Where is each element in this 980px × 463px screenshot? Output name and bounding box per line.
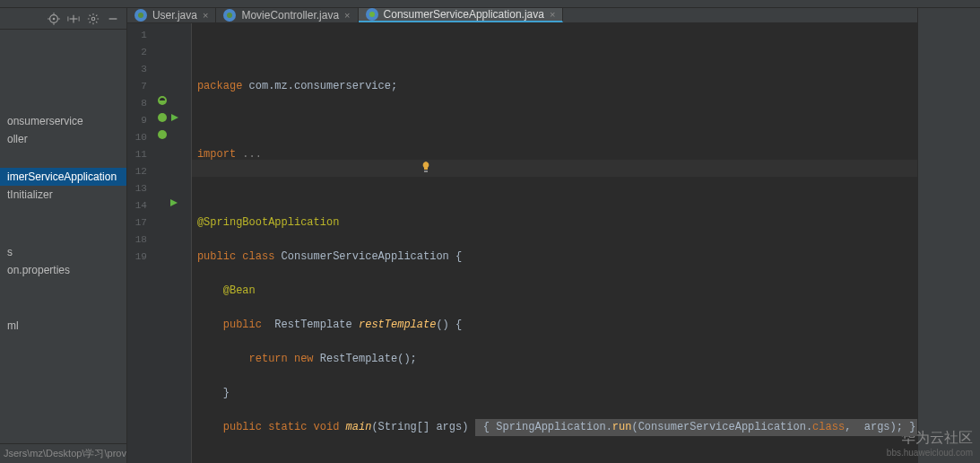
sidebar-item[interactable]: on.properties (0, 261, 126, 279)
spring-class-icon (366, 8, 378, 21)
tab-user[interactable]: User.java × (127, 8, 216, 22)
run-icon[interactable] (170, 113, 179, 122)
window-titlebar (0, 0, 980, 8)
gutter-icons (154, 23, 192, 463)
sidebar-status: Jsers\mz\Desktop\学习\prov (0, 443, 126, 463)
svg-point-10 (91, 17, 95, 21)
gear-icon[interactable] (87, 13, 100, 25)
sidebar-item[interactable]: onsumerservice (0, 112, 126, 130)
hide-icon[interactable] (107, 13, 119, 25)
tab-movie[interactable]: MovieController.java × (216, 8, 358, 22)
svg-point-15 (158, 113, 167, 122)
code-editor[interactable]: 1237891011121314171819 package com.mz.co… (127, 23, 917, 463)
collapse-icon[interactable] (67, 13, 80, 25)
close-icon[interactable]: × (550, 9, 555, 20)
java-class-icon (223, 9, 236, 22)
target-icon[interactable] (48, 13, 60, 25)
editor-area: User.java × MovieController.java × Consu… (127, 8, 917, 463)
tab-label: ConsumerServiceApplication.java (384, 8, 544, 21)
right-panel (917, 8, 980, 463)
project-tree[interactable]: onsumerservice oller imerServiceApplicat… (0, 30, 126, 443)
svg-point-13 (227, 13, 232, 18)
spring-bean-icon[interactable] (156, 111, 169, 124)
tab-label: User.java (152, 9, 197, 22)
close-icon[interactable]: × (203, 10, 208, 21)
java-class-icon (134, 9, 147, 22)
tab-consumer-app[interactable]: ConsumerServiceApplication.java × (359, 8, 564, 22)
tab-label: MovieController.java (241, 9, 339, 22)
sidebar-item[interactable]: tInitializer (0, 186, 126, 204)
line-numbers: 1237891011121314171819 (127, 23, 154, 463)
close-icon[interactable]: × (344, 10, 350, 21)
run-icon[interactable] (169, 198, 178, 207)
sidebar-item-consumer-app[interactable]: imerServiceApplication (0, 168, 126, 186)
project-sidebar: onsumerservice oller imerServiceApplicat… (0, 8, 127, 463)
sidebar-toolbar (0, 8, 126, 30)
code-content[interactable]: package com.mz.consumerservice; import .… (192, 23, 917, 463)
spring-bean-icon[interactable] (156, 94, 169, 107)
svg-rect-17 (424, 170, 428, 172)
sidebar-item[interactable]: oller (0, 130, 126, 148)
svg-point-16 (158, 130, 167, 139)
sidebar-item[interactable]: ml (0, 317, 126, 335)
editor-tabs: User.java × MovieController.java × Consu… (127, 8, 917, 23)
svg-point-1 (53, 17, 56, 20)
spring-bean-icon[interactable] (156, 128, 169, 141)
svg-point-12 (138, 13, 143, 18)
sidebar-item[interactable]: s (0, 243, 126, 261)
